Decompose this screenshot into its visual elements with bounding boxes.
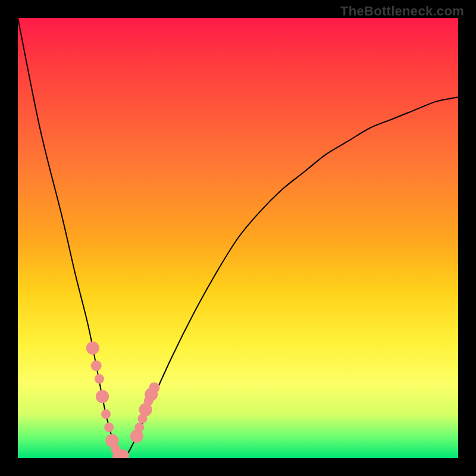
highlight-markers (86, 342, 160, 458)
highlight-marker (149, 383, 159, 393)
highlight-marker (91, 361, 102, 371)
highlight-marker (101, 409, 111, 419)
chart-frame: TheBottleneck.com (0, 0, 476, 476)
highlight-marker (95, 374, 104, 384)
curve-svg (18, 18, 458, 458)
plot-area (18, 18, 458, 458)
highlight-marker (134, 422, 144, 432)
bottleneck-curve (18, 18, 458, 458)
highlight-marker (86, 342, 99, 355)
highlight-marker (96, 390, 109, 403)
highlight-marker (104, 422, 114, 432)
branding-watermark: TheBottleneck.com (340, 4, 464, 19)
